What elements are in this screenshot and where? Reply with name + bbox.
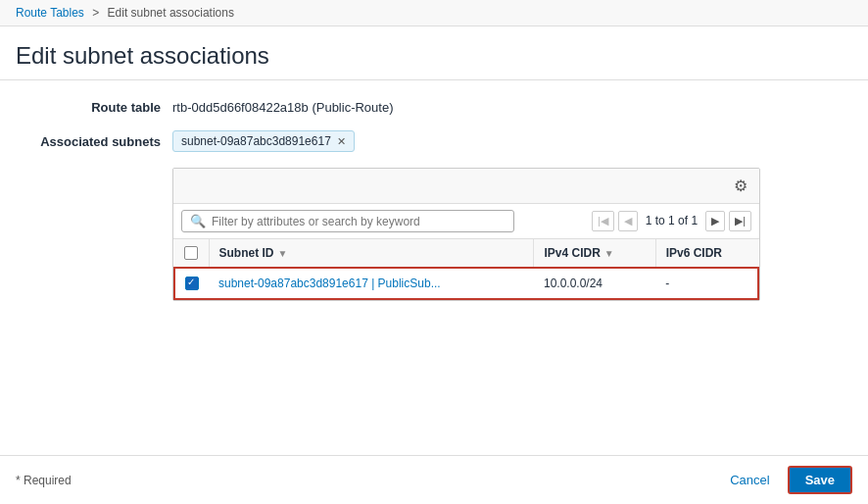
subnet-id-sort-icon[interactable]: ▼ bbox=[278, 248, 288, 259]
first-page-button[interactable]: |◀ bbox=[592, 211, 614, 231]
row-checkbox[interactable] bbox=[185, 277, 199, 290]
page-header: Edit subnet associations bbox=[0, 26, 868, 80]
footer: * Required Cancel Save bbox=[0, 455, 868, 504]
route-table-value: rtb-0dd5d66f08422a18b (Public-Route) bbox=[172, 100, 394, 115]
route-table-label: Route table bbox=[16, 100, 172, 115]
search-input[interactable] bbox=[212, 215, 506, 228]
last-page-button[interactable]: ▶| bbox=[729, 211, 751, 231]
column-header-ipv4-cidr: IPv4 CIDR ▼ bbox=[534, 239, 655, 268]
ipv4-sort-icon[interactable]: ▼ bbox=[604, 248, 614, 259]
row-ipv4-cidr: 10.0.0.0/24 bbox=[534, 268, 655, 299]
column-header-checkbox bbox=[174, 239, 209, 268]
breadcrumb: Route Tables > Edit subnet associations bbox=[0, 0, 868, 26]
page-title: Edit subnet associations bbox=[16, 42, 852, 70]
breadcrumb-current: Edit subnet associations bbox=[108, 6, 234, 20]
column-header-subnet-id: Subnet ID ▼ bbox=[209, 239, 534, 268]
header-checkbox[interactable] bbox=[184, 246, 198, 260]
search-bar: 🔍 |◀ ◀ 1 to 1 of 1 ▶ ▶| bbox=[173, 204, 759, 239]
associated-subnets-row: Associated subnets subnet-09a87abc3d891e… bbox=[16, 130, 852, 152]
route-table-row: Route table rtb-0dd5d66f08422a18b (Publi… bbox=[16, 100, 852, 115]
column-header-ipv6-cidr: IPv6 CIDR bbox=[655, 239, 758, 268]
subnet-tag-text: subnet-09a87abc3d891e617 bbox=[181, 134, 331, 148]
subnet-table-container: ⚙ 🔍 |◀ ◀ 1 to 1 of 1 ▶ ▶| bbox=[172, 168, 760, 301]
breadcrumb-separator: > bbox=[92, 6, 99, 20]
pagination-range: 1 to 1 of 1 bbox=[646, 214, 698, 227]
subnet-data-table: Subnet ID ▼ IPv4 CIDR ▼ IPv6 CIDR bbox=[173, 239, 759, 300]
subnet-id-link[interactable]: subnet-09a87abc3d891e617 | PublicSub... bbox=[218, 277, 441, 290]
prev-page-button[interactable]: ◀ bbox=[618, 211, 638, 231]
cancel-button[interactable]: Cancel bbox=[720, 466, 779, 494]
save-button[interactable]: Save bbox=[788, 466, 852, 494]
associated-subnets-label: Associated subnets bbox=[16, 134, 172, 149]
remove-subnet-btn[interactable]: ✕ bbox=[337, 136, 346, 147]
required-note: * Required bbox=[16, 474, 72, 487]
next-page-button[interactable]: ▶ bbox=[705, 211, 725, 231]
gear-settings-button[interactable]: ⚙ bbox=[730, 175, 751, 197]
subnet-tag: subnet-09a87abc3d891e617 ✕ bbox=[172, 130, 355, 152]
search-icon: 🔍 bbox=[190, 214, 206, 228]
pagination: |◀ ◀ 1 to 1 of 1 ▶ ▶| bbox=[592, 211, 751, 231]
breadcrumb-parent-link[interactable]: Route Tables bbox=[16, 6, 84, 20]
row-ipv6-cidr: - bbox=[655, 268, 758, 299]
footer-buttons: Cancel Save bbox=[720, 466, 852, 494]
main-content: Route table rtb-0dd5d66f08422a18b (Publi… bbox=[0, 80, 868, 321]
table-toolbar: ⚙ bbox=[173, 169, 759, 204]
row-subnet-id: subnet-09a87abc3d891e617 | PublicSub... bbox=[209, 268, 534, 299]
table-row: subnet-09a87abc3d891e617 | PublicSub... … bbox=[174, 268, 758, 299]
row-checkbox-cell bbox=[174, 268, 209, 299]
search-input-wrap: 🔍 bbox=[181, 210, 514, 232]
